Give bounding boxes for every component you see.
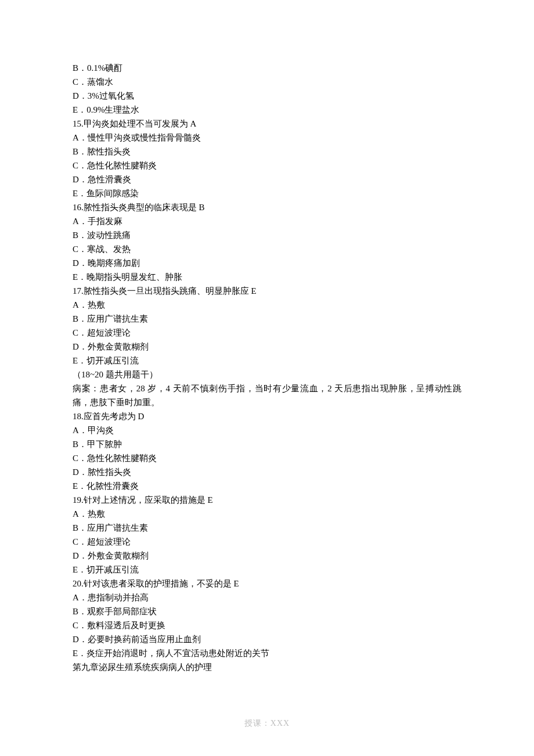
text-line: A．慢性甲沟炎或慢性指骨骨髓炎: [73, 131, 461, 145]
text-line: C．急性化脓性腱鞘炎: [73, 451, 461, 465]
text-line: A．甲沟炎: [73, 423, 461, 437]
text-line: A．手指发麻: [73, 214, 461, 228]
text-line: C．蒸馏水: [73, 75, 461, 89]
text-line: D．外敷金黄散糊剂: [73, 549, 461, 563]
text-line: 病案：患者女，28 岁，4 天前不慎刺伤手指，当时有少量流血，2 天后患指出现肿…: [73, 381, 461, 409]
text-line: 16.脓性指头炎典型的临床表现是 B: [73, 200, 461, 214]
text-line: E．化脓性滑囊炎: [73, 479, 461, 493]
text-line: B．波动性跳痛: [73, 228, 461, 242]
text-line: 18.应首先考虑为 D: [73, 409, 461, 423]
text-line: 19.针对上述情况，应采取的措施是 E: [73, 493, 461, 507]
text-line: 17.脓性指头炎一旦出现指头跳痛、明显肿胀应 E: [73, 284, 461, 298]
text-line: E．切开减压引流: [73, 354, 461, 368]
page-footer: 授课：XXX: [0, 717, 534, 730]
document-page: B．0.1%碘酊C．蒸馏水D．3%过氧化氢E．0.9%生理盐水15.甲沟炎如处理…: [0, 0, 534, 756]
text-line: E．晚期指头明显发红、肿胀: [73, 270, 461, 284]
text-line: D．必要时换药前适当应用止血剂: [73, 632, 461, 646]
text-line: E．鱼际间隙感染: [73, 186, 461, 200]
text-line: B．脓性指头炎: [73, 145, 461, 159]
text-line: （18~20 题共用题干）: [73, 368, 461, 381]
text-line: A．热敷: [73, 298, 461, 312]
text-line: C．急性化脓性腱鞘炎: [73, 159, 461, 172]
text-line: D．外敷金黄散糊剂: [73, 340, 461, 354]
text-line: C．寒战、发热: [73, 242, 461, 256]
text-line: C．超短波理论: [73, 326, 461, 340]
text-line: B．0.1%碘酊: [73, 61, 461, 75]
text-line: C．敷料湿透后及时更换: [73, 618, 461, 632]
text-line: 第九章泌尿生殖系统疾病病人的护理: [73, 660, 461, 674]
text-line: D．晚期疼痛加剧: [73, 256, 461, 270]
text-line: A．热敷: [73, 507, 461, 521]
text-line: E．0.9%生理盐水: [73, 103, 461, 117]
text-line: C．超短波理论: [73, 535, 461, 549]
text-line: 20.针对该患者采取的护理措施，不妥的是 E: [73, 577, 461, 591]
body-text: B．0.1%碘酊C．蒸馏水D．3%过氧化氢E．0.9%生理盐水15.甲沟炎如处理…: [73, 61, 461, 674]
text-line: 15.甲沟炎如处理不当可发展为 A: [73, 117, 461, 131]
text-line: B．观察手部局部症状: [73, 604, 461, 618]
text-line: B．甲下脓肿: [73, 437, 461, 451]
text-line: E．切开减压引流: [73, 563, 461, 577]
text-line: A．患指制动并抬高: [73, 591, 461, 604]
text-line: B．应用广谱抗生素: [73, 521, 461, 535]
text-line: D．脓性指头炎: [73, 465, 461, 479]
text-line: B．应用广谱抗生素: [73, 312, 461, 326]
text-line: D．急性滑囊炎: [73, 172, 461, 186]
text-line: D．3%过氧化氢: [73, 89, 461, 103]
text-line: E．炎症开始消退时，病人不宜活动患处附近的关节: [73, 646, 461, 660]
